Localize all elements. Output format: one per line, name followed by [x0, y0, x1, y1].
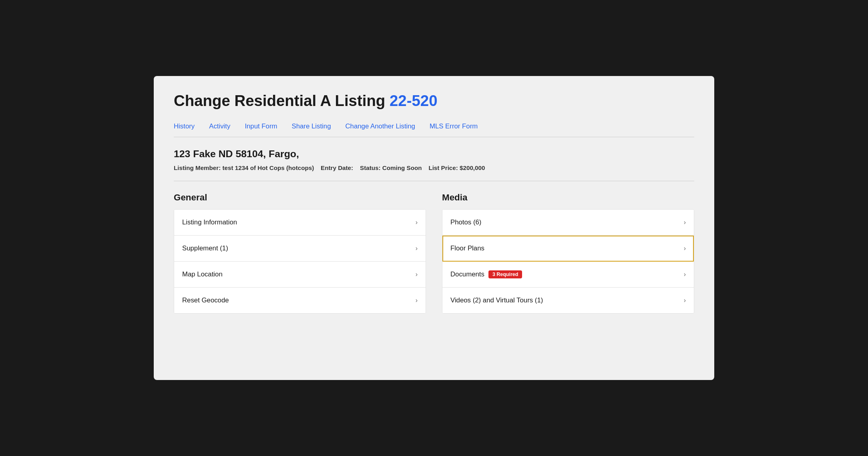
media-menu-item[interactable]: Photos (6) ›: [442, 210, 694, 236]
chevron-right-icon: ›: [684, 219, 686, 226]
nav-tabs: HistoryActivityInput FormShare ListingCh…: [174, 121, 694, 137]
section-divider: [174, 181, 694, 181]
chevron-right-icon: ›: [416, 245, 418, 252]
list-price-value: $200,000: [460, 164, 485, 171]
chevron-right-icon: ›: [416, 297, 418, 304]
menu-item-label-wrapper: Photos (6): [450, 218, 481, 226]
general-menu-list: Listing Information › Supplement (1) › M…: [174, 209, 426, 314]
general-section: General Listing Information › Supplement…: [174, 192, 426, 314]
sections-grid: General Listing Information › Supplement…: [174, 192, 694, 314]
menu-item-label: Listing Information: [182, 218, 237, 226]
menu-item-label: Reset Geocode: [182, 296, 229, 304]
media-menu-item[interactable]: Documents 3 Required ›: [442, 262, 694, 288]
required-badge: 3 Required: [488, 270, 522, 278]
listing-meta: Listing Member: test 1234 of Hot Cops (h…: [174, 164, 694, 171]
nav-tab-change-another-listing[interactable]: Change Another Listing: [345, 121, 415, 132]
general-menu-item[interactable]: Supplement (1) ›: [174, 236, 426, 262]
nav-tab-activity[interactable]: Activity: [209, 121, 230, 132]
listing-id-link[interactable]: 22-520: [390, 92, 438, 109]
status-label: Status:: [360, 164, 380, 171]
menu-item-label: Videos (2) and Virtual Tours (1): [450, 296, 543, 304]
general-section-title: General: [174, 192, 426, 203]
page-title-text: Change Residential A Listing: [174, 92, 385, 109]
general-menu-item[interactable]: Listing Information ›: [174, 210, 426, 236]
nav-tab-share-listing[interactable]: Share Listing: [292, 121, 331, 132]
chevron-right-icon: ›: [416, 271, 418, 278]
nav-tab-mls-error-form[interactable]: MLS Error Form: [430, 121, 478, 132]
chevron-right-icon: ›: [684, 297, 686, 304]
menu-item-label-wrapper: Floor Plans: [450, 244, 484, 252]
member-label: Listing Member:: [174, 164, 221, 171]
nav-tab-history[interactable]: History: [174, 121, 195, 132]
chevron-right-icon: ›: [684, 245, 686, 252]
menu-item-label: Map Location: [182, 270, 223, 278]
menu-item-label: Documents: [450, 270, 484, 278]
chevron-right-icon: ›: [684, 271, 686, 278]
media-menu-item[interactable]: Videos (2) and Virtual Tours (1) ›: [442, 288, 694, 313]
general-menu-item[interactable]: Map Location ›: [174, 262, 426, 288]
listing-address: 123 Fake ND 58104, Fargo,: [174, 148, 694, 160]
media-section-title: Media: [442, 192, 694, 203]
media-menu-list: Photos (6) › Floor Plans › Documents 3 R…: [442, 209, 694, 314]
media-menu-item[interactable]: Floor Plans ›: [442, 236, 694, 262]
main-container: Change Residential A Listing 22-520 Hist…: [154, 76, 714, 380]
page-title: Change Residential A Listing 22-520: [174, 92, 694, 110]
member-value: test 1234 of Hot Cops (hotcops): [223, 164, 314, 171]
general-menu-item[interactable]: Reset Geocode ›: [174, 288, 426, 313]
menu-item-label-wrapper: Documents 3 Required: [450, 270, 522, 278]
entry-date-label: Entry Date:: [321, 164, 353, 171]
menu-item-label-wrapper: Videos (2) and Virtual Tours (1): [450, 296, 543, 304]
chevron-right-icon: ›: [416, 219, 418, 226]
nav-tab-input-form[interactable]: Input Form: [245, 121, 277, 132]
menu-item-label: Floor Plans: [450, 244, 484, 252]
menu-item-label: Supplement (1): [182, 244, 228, 252]
menu-item-label: Photos (6): [450, 218, 481, 226]
status-value: Coming Soon: [382, 164, 422, 171]
media-section: Media Photos (6) › Floor Plans › Documen…: [442, 192, 694, 314]
list-price-label: List Price:: [428, 164, 458, 171]
